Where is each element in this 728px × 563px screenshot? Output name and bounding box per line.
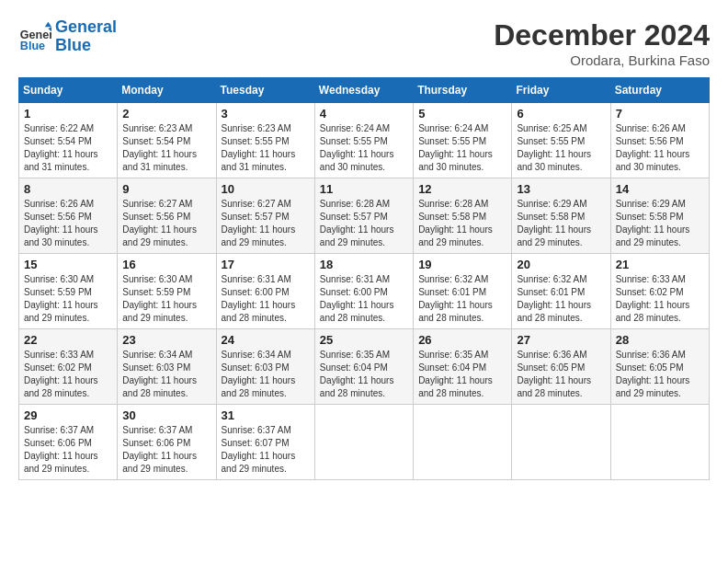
day-info: Sunrise: 6:25 AM Sunset: 5:55 PM Dayligh… — [517, 122, 605, 174]
day-cell-1: 1 Sunrise: 6:22 AM Sunset: 5:54 PM Dayli… — [19, 103, 118, 178]
empty-cell — [610, 405, 709, 480]
day-info: Sunrise: 6:30 AM Sunset: 5:59 PM Dayligh… — [122, 273, 210, 325]
day-number: 27 — [517, 333, 605, 347]
day-cell-18: 18 Sunrise: 6:31 AM Sunset: 6:00 PM Dayl… — [314, 254, 413, 329]
day-cell-23: 23 Sunrise: 6:34 AM Sunset: 6:03 PM Dayl… — [118, 329, 216, 405]
day-number: 30 — [122, 408, 210, 422]
day-cell-7: 7 Sunrise: 6:26 AM Sunset: 5:56 PM Dayli… — [610, 103, 709, 178]
day-cell-14: 14 Sunrise: 6:29 AM Sunset: 5:58 PM Dayl… — [610, 178, 709, 254]
day-info: Sunrise: 6:29 AM Sunset: 5:58 PM Dayligh… — [517, 198, 605, 249]
day-info: Sunrise: 6:26 AM Sunset: 5:56 PM Dayligh… — [616, 122, 704, 174]
day-info: Sunrise: 6:34 AM Sunset: 6:03 PM Dayligh… — [122, 349, 210, 400]
day-number: 14 — [616, 182, 704, 196]
day-number: 25 — [320, 333, 408, 347]
weekday-header-tuesday: Tuesday — [216, 78, 314, 103]
day-info: Sunrise: 6:35 AM Sunset: 6:04 PM Dayligh… — [418, 349, 506, 400]
week-row-1: 1 Sunrise: 6:22 AM Sunset: 5:54 PM Dayli… — [19, 103, 710, 178]
day-cell-20: 20 Sunrise: 6:32 AM Sunset: 6:01 PM Dayl… — [512, 254, 610, 329]
svg-text:Blue: Blue — [20, 40, 45, 52]
day-info: Sunrise: 6:30 AM Sunset: 5:59 PM Dayligh… — [24, 273, 112, 325]
weekday-header-saturday: Saturday — [610, 78, 709, 103]
day-number: 1 — [24, 107, 112, 121]
day-cell-25: 25 Sunrise: 6:35 AM Sunset: 6:04 PM Dayl… — [314, 329, 413, 405]
day-number: 22 — [24, 333, 112, 347]
day-number: 4 — [320, 107, 408, 121]
day-number: 18 — [320, 258, 408, 271]
day-info: Sunrise: 6:27 AM Sunset: 5:57 PM Dayligh… — [222, 198, 310, 249]
day-number: 5 — [418, 107, 506, 121]
day-cell-29: 29 Sunrise: 6:37 AM Sunset: 6:06 PM Dayl… — [19, 405, 118, 480]
day-info: Sunrise: 6:36 AM Sunset: 6:05 PM Dayligh… — [616, 349, 704, 400]
day-number: 15 — [24, 258, 112, 271]
day-info: Sunrise: 6:31 AM Sunset: 6:00 PM Dayligh… — [320, 273, 408, 325]
logo-icon: General Blue — [18, 20, 51, 53]
logo: General Blue General Blue — [18, 18, 117, 55]
day-cell-3: 3 Sunrise: 6:23 AM Sunset: 5:55 PM Dayli… — [216, 103, 314, 178]
day-number: 26 — [418, 333, 506, 347]
empty-cell — [512, 405, 610, 480]
day-info: Sunrise: 6:28 AM Sunset: 5:58 PM Dayligh… — [418, 198, 506, 249]
day-info: Sunrise: 6:32 AM Sunset: 6:01 PM Dayligh… — [517, 273, 605, 325]
day-number: 13 — [517, 182, 605, 196]
weekday-header-thursday: Thursday — [414, 78, 512, 103]
day-number: 16 — [122, 258, 210, 271]
week-row-4: 22 Sunrise: 6:33 AM Sunset: 6:02 PM Dayl… — [19, 329, 710, 405]
logo-text: General Blue — [55, 18, 117, 55]
day-number: 29 — [24, 408, 112, 422]
day-number: 6 — [517, 107, 605, 121]
weekday-header-wednesday: Wednesday — [314, 78, 413, 103]
week-row-2: 8 Sunrise: 6:26 AM Sunset: 5:56 PM Dayli… — [19, 178, 710, 254]
day-info: Sunrise: 6:27 AM Sunset: 5:56 PM Dayligh… — [122, 198, 210, 249]
day-info: Sunrise: 6:36 AM Sunset: 6:05 PM Dayligh… — [517, 349, 605, 400]
location: Orodara, Burkina Faso — [494, 52, 710, 68]
day-info: Sunrise: 6:32 AM Sunset: 6:01 PM Dayligh… — [418, 273, 506, 325]
day-info: Sunrise: 6:23 AM Sunset: 5:54 PM Dayligh… — [122, 122, 210, 174]
day-info: Sunrise: 6:29 AM Sunset: 5:58 PM Dayligh… — [616, 198, 704, 249]
svg-marker-2 — [45, 22, 51, 27]
day-cell-19: 19 Sunrise: 6:32 AM Sunset: 6:01 PM Dayl… — [414, 254, 512, 329]
day-info: Sunrise: 6:22 AM Sunset: 5:54 PM Dayligh… — [24, 122, 112, 174]
day-info: Sunrise: 6:33 AM Sunset: 6:02 PM Dayligh… — [24, 349, 112, 400]
day-number: 28 — [616, 333, 704, 347]
day-info: Sunrise: 6:31 AM Sunset: 6:00 PM Dayligh… — [222, 273, 310, 325]
header: General Blue General Blue December 2024 … — [18, 18, 710, 68]
day-number: 17 — [222, 258, 310, 271]
day-number: 21 — [616, 258, 704, 271]
day-cell-16: 16 Sunrise: 6:30 AM Sunset: 5:59 PM Dayl… — [118, 254, 216, 329]
weekday-header-sunday: Sunday — [19, 78, 118, 103]
day-cell-9: 9 Sunrise: 6:27 AM Sunset: 5:56 PM Dayli… — [118, 178, 216, 254]
day-info: Sunrise: 6:34 AM Sunset: 6:03 PM Dayligh… — [222, 349, 310, 400]
day-cell-11: 11 Sunrise: 6:28 AM Sunset: 5:57 PM Dayl… — [314, 178, 413, 254]
day-info: Sunrise: 6:24 AM Sunset: 5:55 PM Dayligh… — [320, 122, 408, 174]
day-info: Sunrise: 6:35 AM Sunset: 6:04 PM Dayligh… — [320, 349, 408, 400]
day-info: Sunrise: 6:23 AM Sunset: 5:55 PM Dayligh… — [222, 122, 310, 174]
day-number: 7 — [616, 107, 704, 121]
day-cell-2: 2 Sunrise: 6:23 AM Sunset: 5:54 PM Dayli… — [118, 103, 216, 178]
month-title: December 2024 — [494, 18, 710, 52]
day-number: 24 — [222, 333, 310, 347]
empty-cell — [414, 405, 512, 480]
logo-general: General — [55, 17, 117, 36]
day-cell-10: 10 Sunrise: 6:27 AM Sunset: 5:57 PM Dayl… — [216, 178, 314, 254]
day-cell-6: 6 Sunrise: 6:25 AM Sunset: 5:55 PM Dayli… — [512, 103, 610, 178]
day-cell-12: 12 Sunrise: 6:28 AM Sunset: 5:58 PM Dayl… — [414, 178, 512, 254]
day-number: 2 — [122, 107, 210, 121]
day-number: 19 — [418, 258, 506, 271]
calendar: SundayMondayTuesdayWednesdayThursdayFrid… — [18, 77, 710, 480]
day-info: Sunrise: 6:33 AM Sunset: 6:02 PM Dayligh… — [616, 273, 704, 325]
week-row-5: 29 Sunrise: 6:37 AM Sunset: 6:06 PM Dayl… — [19, 405, 710, 480]
day-cell-8: 8 Sunrise: 6:26 AM Sunset: 5:56 PM Dayli… — [19, 178, 118, 254]
day-info: Sunrise: 6:24 AM Sunset: 5:55 PM Dayligh… — [418, 122, 506, 174]
title-area: December 2024 Orodara, Burkina Faso — [494, 18, 710, 68]
day-info: Sunrise: 6:37 AM Sunset: 6:07 PM Dayligh… — [222, 424, 310, 476]
day-cell-28: 28 Sunrise: 6:36 AM Sunset: 6:05 PM Dayl… — [610, 329, 709, 405]
day-cell-22: 22 Sunrise: 6:33 AM Sunset: 6:02 PM Dayl… — [19, 329, 118, 405]
weekday-header-friday: Friday — [512, 78, 610, 103]
day-cell-30: 30 Sunrise: 6:37 AM Sunset: 6:06 PM Dayl… — [118, 405, 216, 480]
day-cell-27: 27 Sunrise: 6:36 AM Sunset: 6:05 PM Dayl… — [512, 329, 610, 405]
empty-cell — [314, 405, 413, 480]
weekday-header-row: SundayMondayTuesdayWednesdayThursdayFrid… — [19, 78, 710, 103]
day-number: 8 — [24, 182, 112, 196]
day-number: 23 — [122, 333, 210, 347]
day-number: 9 — [122, 182, 210, 196]
